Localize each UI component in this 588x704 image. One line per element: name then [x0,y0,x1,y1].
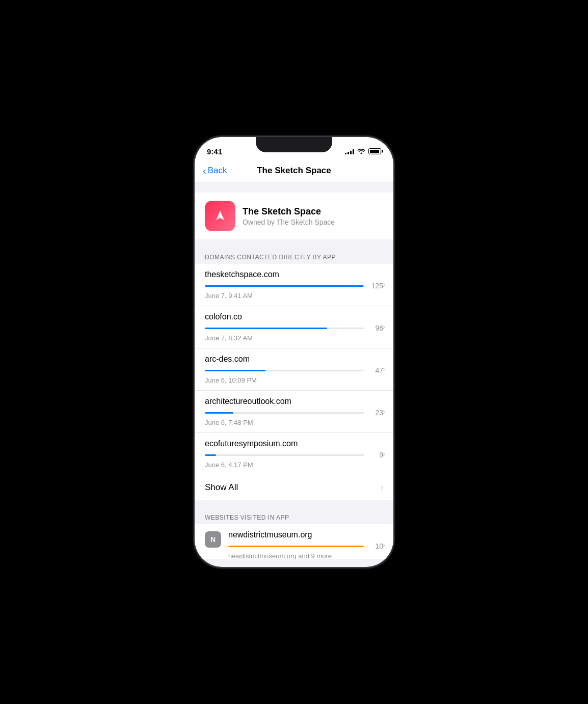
app-info: The Sketch Space Owned by The Sketch Spa… [243,206,335,226]
status-icons [345,148,381,155]
back-button[interactable]: ‹ Back [203,166,227,176]
progress-track-1 [205,285,364,287]
signal-icon [345,148,354,154]
wifi-icon [357,148,365,155]
chevron-right-icon-4: › [383,407,385,416]
page-title: The Sketch Space [257,166,331,176]
website-item-1[interactable]: N newdistrictmuseum.org 10 newdistrictmu… [195,524,393,559]
scroll-content[interactable]: The Sketch Space Owned by The Sketch Spa… [195,182,393,559]
domains-list: thesketchspace.com 125 June 7, 9:41 AM ›… [195,264,393,500]
domain-name-5: ecofuturesymposium.com [205,439,383,448]
domain-name-1: thesketchspace.com [205,270,383,279]
chevron-right-icon-3: › [383,365,385,374]
timestamp-3: June 6, 10:09 PM [205,376,383,384]
website-progress-track-1 [228,546,364,547]
app-icon [205,201,235,231]
progress-track-2 [205,328,364,329]
navigation-bar: ‹ Back The Sketch Space [195,161,393,182]
domain-item-5[interactable]: ecofuturesymposium.com 9 June 6, 4:17 PM… [195,433,393,475]
websites-list: N newdistrictmuseum.org 10 newdistrictmu… [195,524,393,559]
domain-item-2[interactable]: colofon.co 96 June 7, 8:32 AM › [195,306,393,348]
site-name-1: newdistrictmuseum.org [228,530,383,539]
phone-screen: 9:41 [195,137,393,567]
domain-item-1[interactable]: thesketchspace.com 125 June 7, 9:41 AM › [195,264,393,306]
progress-fill-5 [205,454,216,456]
timestamp-2: June 7, 8:32 AM [205,334,383,342]
count-3: 47 [368,366,383,374]
website-progress-fill-1 [228,546,364,547]
count-5: 9 [368,451,383,459]
notch [256,137,332,152]
status-time: 9:41 [207,147,222,156]
domain-name-3: arc-des.com [205,355,383,364]
chevron-right-icon-2: › [383,322,385,332]
show-all-button[interactable]: Show All › [195,475,393,500]
timestamp-4: June 6, 7:48 PM [205,419,383,426]
progress-track-4 [205,412,364,414]
domain-item-4[interactable]: architectureoutlook.com 23 June 6, 7:48 … [195,391,393,433]
website-count-1: 10 [368,542,383,550]
websites-section-header: WEBSITES VISITED IN APP [195,510,393,524]
app-owner: Owned by The Sketch Space [243,218,335,226]
domain-name-4: architectureoutlook.com [205,397,383,406]
progress-fill-3 [205,370,265,371]
site-subtitle-1: newdistrictmuseum.org and 9 more [228,552,383,559]
phone-frame: 9:41 [195,137,393,567]
progress-fill-4 [205,412,233,414]
back-chevron-icon: ‹ [203,166,206,176]
domain-name-2: colofon.co [205,312,383,321]
progress-track-3 [205,370,364,371]
progress-fill-1 [205,285,364,287]
domain-item-3[interactable]: arc-des.com 47 June 6, 10:09 PM › [195,348,393,391]
timestamp-1: June 7, 9:41 AM [205,292,383,300]
chevron-right-icon-5: › [383,449,385,458]
progress-track-5 [205,454,364,456]
site-info-1: newdistrictmuseum.org 10 newdistrictmuse… [228,530,383,559]
app-card: The Sketch Space Owned by The Sketch Spa… [195,193,393,239]
domains-section-header: DOMAINS CONTACTED DIRECTLY BY APP [195,250,393,264]
count-4: 23 [368,409,383,417]
count-1: 125 [368,282,383,290]
count-2: 96 [368,324,383,332]
show-all-chevron-icon: › [381,483,383,492]
back-label: Back [208,166,227,176]
progress-fill-2 [205,328,327,329]
website-chevron-icon-1: › [383,540,385,550]
show-all-label: Show All [205,482,238,493]
chevron-right-icon-1: › [383,280,385,289]
battery-icon [368,148,381,154]
app-name: The Sketch Space [243,206,335,217]
timestamp-5: June 6, 4:17 PM [205,461,383,469]
site-favicon-n: N [205,531,221,548]
